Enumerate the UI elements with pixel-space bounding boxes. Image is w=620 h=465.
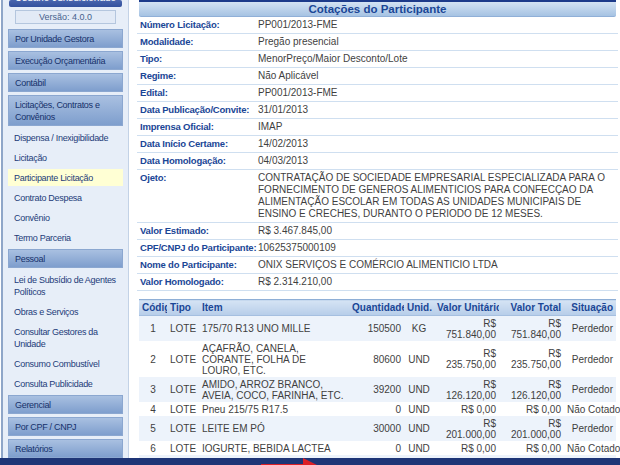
cell-valor-total: R$ 751.840,00	[499, 316, 564, 342]
field-label: Valor Estimado:	[140, 225, 258, 237]
field-value-modalidade: Pregão presencial	[258, 36, 615, 48]
cell-tipo: LOTE	[167, 341, 199, 377]
cell-item: 175/70 R13 UNO MILLE	[199, 316, 349, 342]
table-row: 2 LOTE AÇAFRÃO, CANELA, CORANTE, FOLHA D…	[139, 341, 616, 377]
table-row: 5 LOTE LEITE EM PÓ 30000 UND R$ 201.000,…	[139, 416, 616, 441]
field-label: Regime:	[140, 70, 258, 82]
cell-valor-total: R$ 126.120,00	[499, 377, 564, 402]
cell-tipo: LOTE	[167, 441, 199, 455]
field-value-edital: PP001/2013-FME	[258, 87, 615, 99]
sidebar-item-relatorios[interactable]: Relatórios	[8, 439, 123, 458]
cell-valor-unitario: R$ 235.750,00	[434, 341, 499, 377]
cell-codigo: 2	[139, 341, 167, 377]
cell-valor-total: R$ 0,00	[499, 402, 564, 416]
table-row: 3 LOTE AMIDO, ARROZ BRANCO, AVEIA, COCO,…	[139, 377, 616, 402]
cell-codigo: 4	[139, 402, 167, 416]
sidebar-item-gerencial[interactable]: Gerencial	[8, 395, 123, 414]
cell-unid: UND	[404, 402, 434, 416]
field-value-cpf-cnpj: 10625375000109	[258, 242, 615, 254]
sidebar-item-lei-subsidio[interactable]: Lei de Subsídio de Agentes Políticos	[8, 271, 123, 300]
cell-valor-total: R$ 201.000,00	[499, 416, 564, 441]
sidebar-item-pessoal[interactable]: Pessoal	[8, 249, 123, 268]
field-value-data-inicio-certame: 14/02/2013	[258, 138, 615, 150]
table-row: 4 LOTE Pneu 215/75 R17.5 0 UND R$ 0,00 R…	[139, 402, 616, 416]
sidebar-item-consultar-gestores[interactable]: Consultar Gestores da Unidade	[8, 323, 123, 352]
cell-valor-unitario: R$ 0,00	[434, 441, 499, 455]
cell-quantidade: 0	[349, 441, 404, 455]
sidebar: Usuário Jurisdicionado Versão: 4.0.0 Por…	[1, 0, 129, 458]
cell-quantidade: 30000	[349, 416, 404, 441]
clipped-top-label: Usuário Jurisdicionado	[9, 0, 122, 3]
field-label: Data Homologação:	[140, 155, 258, 167]
sidebar-item-consumo-combustivel[interactable]: Consumo Combustível	[8, 355, 123, 372]
cell-tipo: LOTE	[167, 416, 199, 441]
sidebar-item-termo-parceria[interactable]: Termo Parceria	[8, 229, 123, 246]
cell-quantidade: 150500	[349, 316, 404, 342]
cell-item: LEITE EM PÓ	[199, 416, 349, 441]
cell-tipo: LOTE	[167, 377, 199, 402]
col-header-valor-total: Valor Total	[499, 300, 564, 316]
sidebar-item-execucao-orcamentaria[interactable]: Execução Orçamentária	[8, 51, 123, 70]
cell-situacao: Perdedor	[564, 416, 616, 441]
field-value-data-homologacao: 04/03/2013	[258, 155, 615, 167]
field-label: Número Licitação:	[140, 19, 258, 31]
table-row: 1 LOTE 175/70 R13 UNO MILLE 150500 KG R$…	[139, 316, 616, 342]
page-title: Cotações do Participante	[139, 0, 616, 17]
sidebar-item-por-unidade-gestora[interactable]: Por Unidade Gestora	[8, 29, 123, 48]
field-label: Nome do Participante:	[140, 259, 258, 271]
cell-valor-unitario: R$ 0,00	[434, 402, 499, 416]
cell-valor-unitario: R$ 126.120,00	[434, 377, 499, 402]
field-value-tipo: MenorPreço/Maior Desconto/Lote	[258, 53, 615, 65]
sidebar-item-participante-licitacao[interactable]: Participante Licitação	[8, 169, 123, 186]
cell-unid: UND	[404, 341, 434, 377]
col-header-tipo: Tipo	[167, 300, 199, 316]
col-header-item: Item	[199, 300, 349, 316]
cell-item: AÇAFRÃO, CANELA, CORANTE, FOLHA DE LOURO…	[199, 341, 349, 377]
field-value-data-publicacao: 31/01/2013	[258, 104, 615, 116]
cell-unid: KG	[404, 316, 434, 342]
cell-item: IOGURTE, BEBIDA LACTEA	[199, 441, 349, 455]
col-header-quantidade: Quantidade	[349, 300, 404, 316]
field-value-regime: Não Aplicável	[258, 70, 615, 82]
sidebar-item-convenio[interactable]: Convênio	[8, 209, 123, 226]
cell-valor-total: R$ 235.750,00	[499, 341, 564, 377]
field-value-imprensa-oficial: IMAP	[258, 121, 615, 133]
field-label: Data Publicação/Convite:	[140, 104, 258, 116]
cotacoes-table: Código Tipo Item Quantidade Unid. Valor …	[139, 299, 616, 465]
clipped-top-button[interactable]: Usuário Jurisdicionado	[9, 0, 122, 7]
sidebar-item-consulta-publicidade[interactable]: Consulta Publicidade	[8, 375, 123, 392]
field-value-objeto: CONTRATAÇÃO DE SOCIEDADE EMPRESARIAL ESP…	[258, 172, 615, 220]
cell-situacao: Perdedor	[564, 341, 616, 377]
sidebar-item-dispensa[interactable]: Dispensa / Inexigibilidade	[8, 129, 123, 146]
field-label: Ojeto:	[140, 172, 258, 184]
cell-codigo: 5	[139, 416, 167, 441]
cell-valor-unitario: R$ 201.000,00	[434, 416, 499, 441]
field-label: Modalidade:	[140, 36, 258, 48]
cell-quantidade: 39200	[349, 377, 404, 402]
red-arrow-icon	[261, 458, 323, 465]
field-value-nome-participante: ONIX SERVIÇOS E COMÉRCIO ALIMENTICIO LTD…	[258, 259, 615, 271]
cell-codigo: 6	[139, 441, 167, 455]
main-panel: Cotações do Participante Número Licitaçã…	[137, 0, 618, 458]
field-value-valor-homologado: R$ 2.314.210,00	[258, 276, 615, 288]
sidebar-item-contabil[interactable]: Contábil	[8, 73, 123, 92]
table-row: 6 LOTE IOGURTE, BEBIDA LACTEA 0 UND R$ 0…	[139, 441, 616, 455]
field-value-valor-estimado: R$ 3.467.845,00	[258, 225, 615, 237]
cell-item: AMIDO, ARROZ BRANCO, AVEIA, COCO, FARINH…	[199, 377, 349, 402]
sidebar-item-por-cpf-cnpj[interactable]: Por CPF / CNPJ	[8, 417, 123, 436]
cell-situacao: Perdedor	[564, 377, 616, 402]
col-header-codigo: Código	[139, 300, 167, 316]
sidebar-item-obras-servicos[interactable]: Obras e Serviços	[8, 303, 123, 320]
cell-valor-unitario: R$ 751.840,00	[434, 316, 499, 342]
field-value-numero-licitacao: PP001/2013-FME	[258, 19, 615, 31]
sidebar-item-contrato-despesa[interactable]: Contrato Despesa	[8, 189, 123, 206]
sidebar-item-licitacao[interactable]: Licitação	[8, 149, 123, 166]
field-label: Imprensa Oficial:	[140, 121, 258, 133]
sidebar-item-licitacoes-contratos[interactable]: Licitações, Contratos e Convênios	[8, 95, 123, 126]
cell-tipo: LOTE	[167, 316, 199, 342]
field-label: CPF/CNPJ do Participante:	[140, 242, 258, 254]
field-label: Tipo:	[140, 53, 258, 65]
cell-unid: UND	[404, 377, 434, 402]
field-label: Valor Homologado:	[140, 276, 258, 288]
cell-codigo: 1	[139, 316, 167, 342]
